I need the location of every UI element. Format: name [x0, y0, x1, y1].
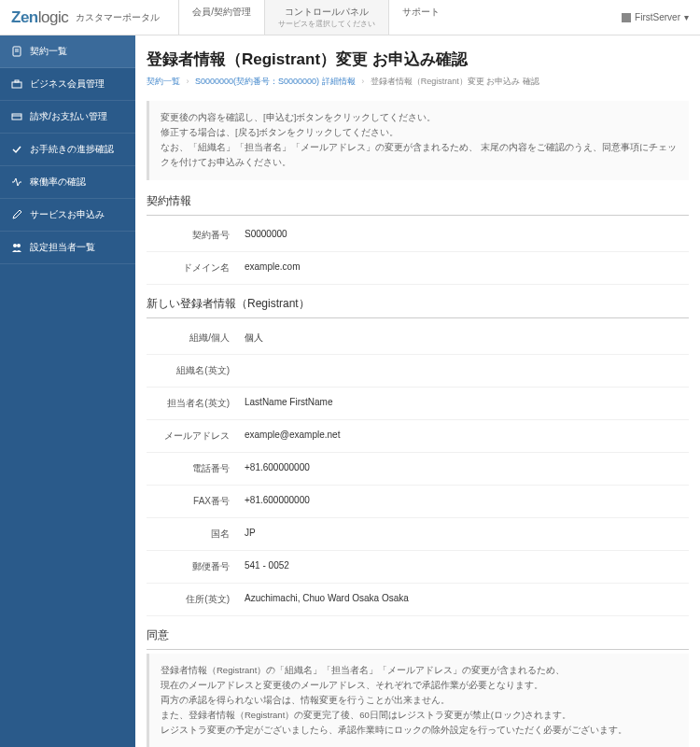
field-org-name: 組織名(英文) [147, 355, 689, 388]
field-contact-name: 担当者名(英文)LastName FirstName [147, 388, 689, 420]
document-icon [11, 46, 22, 57]
briefcase-icon [11, 78, 22, 90]
svg-point-8 [17, 244, 21, 247]
sidebar-item-label: 契約一覧 [30, 45, 67, 58]
breadcrumb-sep: › [187, 77, 189, 86]
breadcrumb-current: 登録者情報（Registrant）変更 お申込み 確認 [371, 77, 539, 86]
field-contract-number: 契約番号 S0000000 [147, 219, 689, 252]
chevron-down-icon: ▾ [684, 12, 689, 22]
pencil-icon [11, 209, 22, 220]
section-registrant-title: 新しい登録者情報（Registrant） [147, 296, 689, 318]
server-icon [622, 13, 631, 22]
user-menu[interactable]: FirstServer ▾ [622, 12, 689, 22]
check-icon [11, 144, 22, 155]
consent-info: 登録者情報（Registrant）の「組織名」「担当者名」「メールアドレス」の変… [147, 654, 689, 747]
header-nav: 会員/契約管理 コントロールパネルサービスを選択してください サポート [178, 0, 453, 35]
nav-control-panel[interactable]: コントロールパネルサービスを選択してください [264, 0, 388, 35]
section-contract-title: 契約情報 [147, 193, 689, 216]
sidebar-item-billing[interactable]: 請求/お支払い管理 [0, 101, 135, 134]
field-org-type: 組織/個人個人 [147, 322, 689, 355]
sidebar-item-label: お手続きの進捗確認 [30, 143, 114, 156]
field-country: 国名JP [147, 518, 689, 551]
nav-support[interactable]: サポート [388, 0, 453, 35]
field-email: メールアドレスexample@example.net [147, 420, 689, 453]
svg-point-7 [13, 244, 17, 247]
breadcrumb-link[interactable]: S0000000(契約番号：S0000000) 詳細情報 [195, 77, 356, 86]
info-box: 変更後の内容を確認し、[申込む]ボタンをクリックしてください。 修正する場合は、… [147, 101, 689, 180]
card-icon [11, 111, 22, 122]
field-phone: 電話番号+81.600000000 [147, 453, 689, 486]
sidebar-item-contracts[interactable]: 契約一覧 [0, 35, 135, 68]
main-content: 登録者情報（Registrant）変更 お申込み確認 契約一覧 › S00000… [135, 35, 700, 747]
page-title: 登録者情報（Registrant）変更 お申込み確認 [147, 49, 689, 70]
breadcrumb-sep: › [361, 77, 364, 86]
users-icon [11, 242, 22, 253]
svg-rect-4 [15, 80, 19, 82]
sidebar-item-member[interactable]: ビジネス会員管理 [0, 68, 135, 101]
sidebar-item-label: 稼働率の確認 [30, 176, 86, 189]
breadcrumb-link[interactable]: 契約一覧 [147, 77, 180, 86]
logo: Zenlogic [11, 8, 68, 27]
section-consent-title: 同意 [147, 627, 689, 650]
sidebar-item-label: 設定担当者一覧 [30, 241, 95, 254]
field-zip: 郵便番号541 - 0052 [147, 551, 689, 584]
pulse-icon [11, 176, 22, 188]
field-fax: FAX番号+81.600000000 [147, 486, 689, 518]
portal-name: カスタマーポータル [76, 11, 160, 24]
sidebar-item-label: ビジネス会員管理 [30, 78, 105, 91]
nav-member[interactable]: 会員/契約管理 [178, 0, 264, 35]
field-domain: ドメイン名 example.com [147, 252, 689, 285]
breadcrumb: 契約一覧 › S0000000(契約番号：S0000000) 詳細情報 › 登録… [147, 76, 689, 88]
sidebar-item-apply[interactable]: サービスお申込み [0, 199, 135, 232]
header: Zenlogic カスタマーポータル 会員/契約管理 コントロールパネルサービス… [0, 0, 700, 35]
sidebar-item-label: サービスお申込み [30, 208, 105, 221]
field-address: 住所(英文)Azuchimachi, Chuo Ward Osaka Osaka [147, 584, 689, 616]
sidebar: 契約一覧 ビジネス会員管理 請求/お支払い管理 お手続きの進捗確認 稼働率の確認 [0, 35, 135, 747]
sidebar-item-progress[interactable]: お手続きの進捗確認 [0, 134, 135, 166]
sidebar-item-uptime[interactable]: 稼働率の確認 [0, 166, 135, 199]
sidebar-item-admins[interactable]: 設定担当者一覧 [0, 232, 135, 264]
svg-rect-3 [12, 82, 21, 88]
sidebar-item-label: 請求/お支払い管理 [30, 110, 107, 123]
svg-rect-5 [12, 114, 21, 120]
